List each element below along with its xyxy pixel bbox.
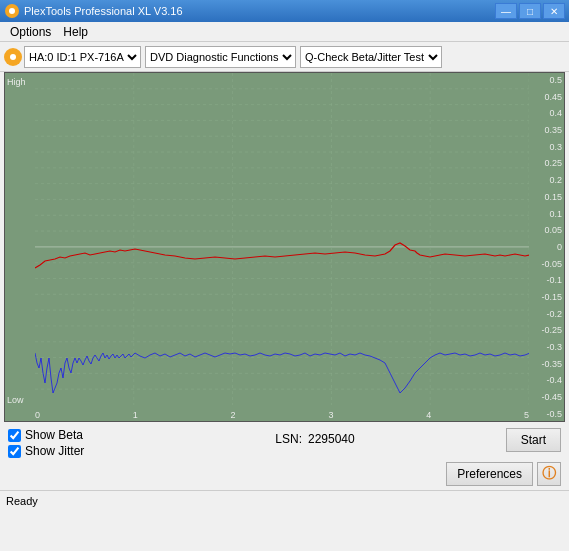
svg-rect-4 [35, 73, 529, 405]
preferences-row: Preferences ⓘ [8, 462, 561, 486]
y-axis-high-label: High [7, 77, 26, 87]
menu-options[interactable]: Options [4, 23, 57, 41]
lsn-value: 2295040 [308, 432, 355, 446]
drive-icon [4, 48, 22, 66]
svg-point-1 [9, 8, 15, 14]
show-beta-checkbox[interactable] [8, 429, 21, 442]
window-title: PlexTools Professional XL V3.16 [24, 5, 183, 17]
drive-selector[interactable]: HA:0 ID:1 PX-716A [24, 46, 141, 68]
menu-help[interactable]: Help [57, 23, 94, 41]
y-axis-right: 0.5 0.45 0.4 0.35 0.3 0.25 0.2 0.15 0.1 … [529, 73, 564, 421]
status-bar: Ready [0, 490, 569, 510]
bottom-panel: Show Beta Show Jitter LSN: 2295040 Start… [0, 422, 569, 490]
x-axis: 0 1 2 3 4 5 [35, 405, 529, 421]
action-buttons: Start [506, 428, 561, 452]
lsn-display: LSN: 2295040 [275, 432, 354, 446]
minimize-button[interactable]: — [495, 3, 517, 19]
chart-svg [35, 73, 529, 405]
function-selector[interactable]: DVD Diagnostic Functions [145, 46, 296, 68]
app-icon [4, 3, 20, 19]
chart-area: High Low 0.5 0.45 0.4 0.35 0.3 0.25 0.2 … [4, 72, 565, 422]
title-bar: PlexTools Professional XL V3.16 — □ ✕ [0, 0, 569, 22]
svg-point-3 [10, 54, 16, 60]
status-text: Ready [6, 495, 38, 507]
show-beta-label[interactable]: Show Beta [8, 428, 84, 442]
drive-select-group: HA:0 ID:1 PX-716A [4, 46, 141, 68]
show-jitter-label[interactable]: Show Jitter [8, 444, 84, 458]
maximize-button[interactable]: □ [519, 3, 541, 19]
close-button[interactable]: ✕ [543, 3, 565, 19]
y-axis-low-label: Low [7, 395, 24, 405]
show-jitter-checkbox[interactable] [8, 445, 21, 458]
lsn-label: LSN: [275, 432, 302, 446]
start-button[interactable]: Start [506, 428, 561, 452]
toolbar: HA:0 ID:1 PX-716A DVD Diagnostic Functio… [0, 42, 569, 72]
test-selector[interactable]: Q-Check Beta/Jitter Test [300, 46, 442, 68]
preferences-button[interactable]: Preferences [446, 462, 533, 486]
jitter-line [35, 353, 529, 393]
info-icon: ⓘ [542, 465, 556, 483]
info-button[interactable]: ⓘ [537, 462, 561, 486]
checkbox-group: Show Beta Show Jitter [8, 428, 84, 458]
menu-bar: Options Help [0, 22, 569, 42]
